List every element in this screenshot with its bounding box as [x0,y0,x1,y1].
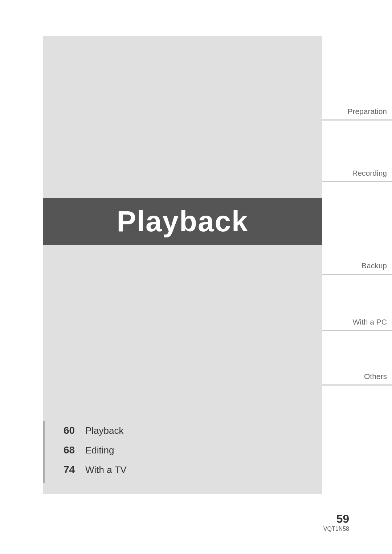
section-recording: Recording [322,169,392,182]
playback-title: Playback [117,205,249,238]
with-pc-label: With a PC [352,318,392,326]
toc-number-60: 60 [64,425,85,436]
page-container: Playback Preparation Recording Backup Wi… [0,0,392,554]
backup-line [322,274,392,275]
preparation-label: Preparation [347,107,392,116]
toc-text-editing: Editing [85,445,114,456]
recording-line [322,181,392,182]
page-number-area: 59 VQT1N58 [323,512,349,532]
others-label: Others [364,372,392,381]
others-line [322,384,392,386]
toc-area: 60 Playback 68 Editing 74 With a TV [64,425,127,484]
section-others: Others [322,372,392,386]
left-accent-bar [43,421,45,483]
toc-number-68: 68 [64,444,85,456]
toc-item-playback: 60 Playback [64,425,127,436]
recording-label: Recording [352,169,392,178]
toc-text-playback: Playback [85,425,124,436]
with-pc-line [322,330,392,331]
section-with-pc: With a PC [322,318,392,331]
playback-banner: Playback [43,198,322,245]
right-sections: Preparation Recording Backup With a PC O… [322,0,392,554]
page-number: 59 [323,512,349,526]
section-preparation: Preparation [322,107,392,121]
toc-item-editing: 68 Editing [64,444,127,456]
page-code: VQT1N58 [323,526,349,532]
toc-item-with-tv: 74 With a TV [64,464,127,476]
section-backup: Backup [322,261,392,275]
toc-number-74: 74 [64,464,85,476]
preparation-line [322,119,392,121]
toc-text-with-tv: With a TV [85,464,127,476]
backup-label: Backup [362,261,392,270]
